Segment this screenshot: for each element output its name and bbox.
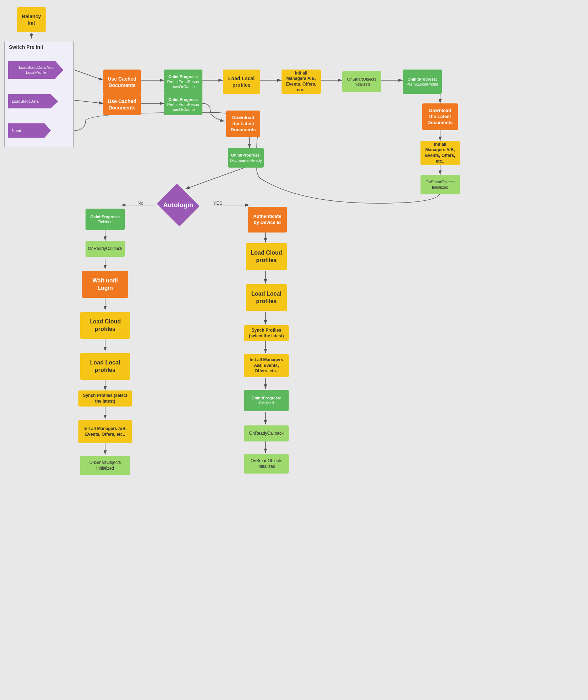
on-init-dict-node: OnInitProgress:DictionariesReady (228, 148, 264, 168)
use-cached-2-node: Use Cached Documents (103, 94, 141, 115)
on-init-finished-yes-node: OnInitProgress:Finished (244, 390, 289, 411)
on-ready-callback-no-node: OnReadyCallback (86, 241, 125, 257)
init-managers-yes-node: Init all Managers A/B, Events, Offers, e… (244, 354, 289, 377)
on-smart-objects-yes-node: OnSmartObjects Initialized (244, 454, 289, 474)
on-smart-objects-right-node: OnSmartObjects Initialized (421, 175, 460, 194)
on-smart-objects-1-node: OnSmartObjects Initialized (342, 71, 381, 92)
load-static-local-node: LoadStaticData And LocalProfile (8, 61, 63, 79)
nond-node: Nond (8, 123, 51, 138)
on-init-local-profile-node: OnInitProgress:PreInitLocalProfile (403, 70, 442, 94)
arrows-svg (0, 0, 588, 700)
init-managers-1-node: Init all Managers A/B, Events, Offers, e… (282, 70, 321, 94)
init-managers-no-node: Init all Managers A/B, Events, Offers, e… (78, 420, 132, 443)
init-managers-right-node: Init all Managers A/B, Events, Offers, e… (421, 141, 460, 165)
load-cloud-yes-node: Load Cloud profiles (246, 243, 287, 270)
synch-profiles-yes-node: Synch Profiles (select the latest) (244, 325, 289, 341)
download-latest-right-node: Download the Latest Documents (422, 103, 458, 130)
on-init-pre-cache-1-node: OnInitProgress:PreInitFromResourcesOrCac… (164, 70, 202, 94)
on-ready-callback-yes-node: OnReadyCallback (244, 425, 289, 441)
load-static-data-node: LoadStaticData (8, 94, 58, 108)
load-local-profiles-1-node: Load Local profiles (223, 70, 260, 94)
autologin-label: Autologin (157, 189, 200, 221)
download-latest-2-node: Download the Latest Documents (226, 111, 260, 137)
svg-line-4 (71, 100, 103, 103)
authenticate-node: Authenticate by Device Id (248, 207, 287, 233)
balancy-init-node: Balancy Init (17, 7, 46, 32)
svg-line-3 (71, 69, 103, 80)
use-cached-1-node: Use Cached Documents (103, 70, 141, 94)
flowchart: Balancy Init Switch Pre Init LoadStaticD… (0, 0, 588, 700)
switch-pre-init-label: Switch Pre Init (9, 44, 43, 50)
autologin-diamond-container: Autologin (157, 189, 200, 221)
switch-pre-init-box: Switch Pre Init LoadStaticData And Local… (4, 41, 74, 148)
yes-label: YES (213, 200, 222, 206)
wait-until-login-node: Wait until Login (82, 271, 128, 298)
synch-profiles-no-node: Synch Profiles (select the latest) (78, 390, 132, 407)
load-local-no-node: Load Local profiles (80, 353, 130, 380)
on-init-finished-no-node: OnInitProgress:Finished (86, 209, 125, 230)
no-label: No (138, 200, 144, 206)
on-smart-objects-no-node: OnSmartObjects Initialized (80, 456, 130, 475)
svg-line-15 (185, 166, 249, 189)
on-init-pre-cache-2-node: OnInitProgress:PreInitFromResourcesOrCac… (164, 94, 202, 115)
load-cloud-no-node: Load Cloud profiles (80, 312, 130, 339)
load-local-yes-node: Load Local profiles (246, 284, 287, 311)
